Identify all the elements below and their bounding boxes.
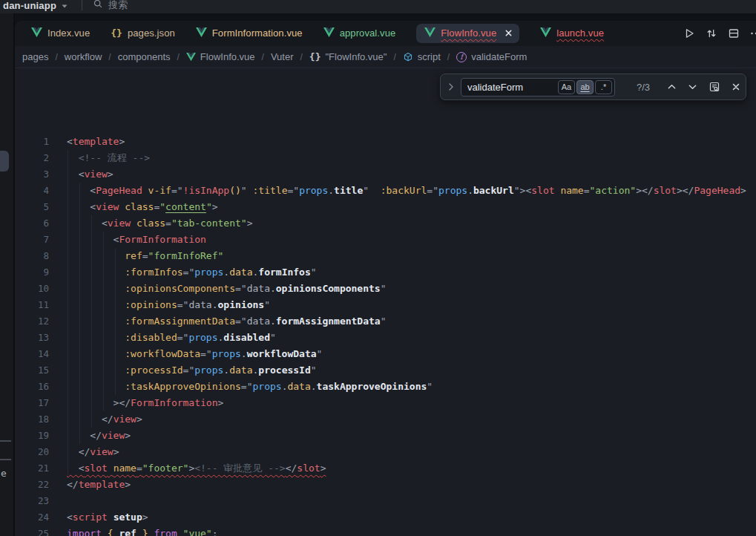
- code-text: <view class="content">: [67, 199, 218, 215]
- code-line: 24<script setup>: [15, 509, 756, 526]
- whole-word-button[interactable]: ab: [576, 80, 594, 94]
- find-input[interactable]: [461, 82, 558, 93]
- code-line: 17 ></FormInformation>: [15, 395, 756, 411]
- more-actions-button[interactable]: [750, 27, 756, 39]
- line-number: 1: [15, 134, 49, 150]
- sidebar-text-fragment: e: [1, 468, 7, 479]
- find-in-selection-button[interactable]: [709, 81, 720, 93]
- breadcrumb: pages/workflow/components/FlowInfo.vue/V…: [15, 46, 756, 68]
- line-number: 17: [15, 395, 49, 411]
- tab-label: approval.vue: [340, 27, 396, 39]
- tab-forminformation-vue[interactable]: FormInformation.vue: [196, 27, 303, 39]
- code-line: 25import { ref } from "vue";: [15, 526, 756, 536]
- code-text: ref="formInfoRef": [67, 248, 223, 264]
- breadcrumb-item-script[interactable]: script: [403, 51, 441, 62]
- code-line: 23: [15, 493, 756, 509]
- code-text: </view>: [67, 411, 142, 428]
- code-line: 10 :opinionsComponents="data.opinionsCom…: [15, 281, 756, 297]
- global-search-field[interactable]: 搜索: [108, 0, 128, 12]
- find-input-wrap: Aa ab .*: [461, 78, 615, 97]
- project-caret-icon: [61, 0, 68, 12]
- code-line: 21 <slot name="footer"><!-- 审批意见 --></sl…: [15, 460, 756, 477]
- line-number: 8: [15, 248, 49, 264]
- code-text: <!-- 流程 -->: [67, 150, 150, 166]
- code-line: 18 </view>: [15, 411, 756, 428]
- find-results-count: ?/3: [630, 82, 657, 93]
- json-file-icon: {}: [111, 27, 122, 39]
- code-area: 1<template>2 <!-- 流程 -->3 <view>4 <PageH…: [15, 134, 756, 536]
- breadcrumb-item-flowinfo-vue[interactable]: FlowInfo.vue: [186, 51, 255, 62]
- tab-launch-vue[interactable]: launch.vue: [540, 27, 604, 39]
- code-line: 3 <view>: [15, 166, 756, 183]
- tab-label: Index.vue: [47, 27, 90, 39]
- match-case-button[interactable]: Aa: [558, 80, 575, 94]
- split-editor-button[interactable]: [728, 27, 740, 39]
- code-text: :workflowData="props.workflowData": [67, 346, 322, 362]
- code-line: 1<template>: [15, 134, 756, 150]
- breadcrumb-separator: /: [393, 52, 395, 62]
- code-text: :processId="props.data.processId": [67, 362, 317, 379]
- code-text: :formAssignmentData="data.formAssignment…: [67, 313, 387, 330]
- vue-file-icon: [323, 27, 335, 39]
- code-text: :taskApproveOpinions="props.data.taskApp…: [67, 379, 433, 395]
- breadcrumb-item-pages[interactable]: pages: [22, 51, 48, 62]
- code-text: <script setup>: [67, 509, 148, 526]
- breadcrumb-label: workflow: [65, 51, 102, 62]
- line-number: 25: [15, 526, 49, 536]
- breadcrumb-item-workflow[interactable]: workflow: [65, 51, 102, 62]
- vue-file-icon: [424, 27, 435, 39]
- code-text: :opinionsComponents="data.opinionsCompon…: [67, 281, 387, 297]
- line-number: 24: [15, 509, 49, 526]
- find-widget: Aa ab .* ?/3: [440, 73, 746, 100]
- line-number: 11: [15, 297, 49, 313]
- code-line: 2 <!-- 流程 -->: [15, 150, 756, 166]
- code-line: 16 :taskApproveOpinions="props.data.task…: [15, 379, 756, 395]
- next-match-button[interactable]: [688, 83, 697, 91]
- search-icon: [93, 0, 103, 12]
- breadcrumb-item--flowinfo-vue-[interactable]: {}"FlowInfo.vue": [309, 51, 387, 62]
- vue-file-icon: [31, 27, 42, 39]
- run-button[interactable]: [683, 27, 695, 39]
- code-line: 11 :opinions="data.opinions": [15, 297, 756, 313]
- project-name[interactable]: dan-uniapp: [3, 0, 56, 11]
- tab-label: FormInformation.vue: [212, 27, 303, 39]
- function-icon: f: [456, 52, 467, 62]
- toggle-replace-button[interactable]: [441, 82, 461, 91]
- left-sidebar-edge: e: [0, 13, 15, 536]
- code-line: 12 :formAssignmentData="data.formAssignm…: [15, 313, 756, 330]
- line-number: 19: [15, 428, 49, 444]
- line-number: 2: [15, 150, 49, 166]
- code-text: </view>: [67, 428, 131, 444]
- code-text: <view>: [67, 166, 114, 183]
- tab-approval-vue[interactable]: approval.vue: [323, 27, 396, 39]
- code-line: 15 :processId="props.data.processId": [15, 362, 756, 379]
- tab-pages-json[interactable]: {}pages.json: [111, 27, 175, 39]
- sidebar-line-fragment: [0, 440, 11, 442]
- breadcrumb-label: "FlowInfo.vue": [326, 51, 387, 62]
- line-number: 7: [15, 232, 49, 248]
- breadcrumb-item-validateform[interactable]: fvalidateForm: [456, 51, 527, 62]
- open-changes-button[interactable]: [706, 27, 717, 39]
- code-line: 22</template>: [15, 477, 756, 493]
- code-line: 4 <PageHead v-if="!isInApp()" :title="pr…: [15, 183, 756, 199]
- previous-match-button[interactable]: [667, 83, 677, 91]
- line-number: 4: [15, 183, 49, 199]
- breadcrumb-separator: /: [55, 52, 57, 62]
- close-icon[interactable]: [504, 29, 513, 37]
- line-number: 14: [15, 346, 49, 362]
- code-line: 13 :disabled="props.disabled": [15, 330, 756, 346]
- code-line: 19 </view>: [15, 428, 756, 444]
- sidebar-pill[interactable]: [0, 151, 9, 171]
- tab-flowinfo-vue[interactable]: FlowInfo.vue: [416, 24, 519, 43]
- code-text: </template>: [67, 477, 131, 493]
- tab-index-vue[interactable]: Index.vue: [31, 27, 90, 39]
- tab-label: FlowInfo.vue: [441, 27, 496, 39]
- close-find-button[interactable]: [732, 82, 740, 91]
- code-text: <template>: [67, 134, 125, 150]
- code-text: </view>: [67, 444, 119, 460]
- regex-button[interactable]: .*: [595, 80, 612, 94]
- breadcrumb-item-components[interactable]: components: [118, 51, 171, 62]
- code-line: 7 <FormInformation: [15, 232, 756, 248]
- code-line: 5 <view class="content">: [15, 199, 756, 215]
- breadcrumb-item-vuter[interactable]: Vuter: [271, 51, 294, 62]
